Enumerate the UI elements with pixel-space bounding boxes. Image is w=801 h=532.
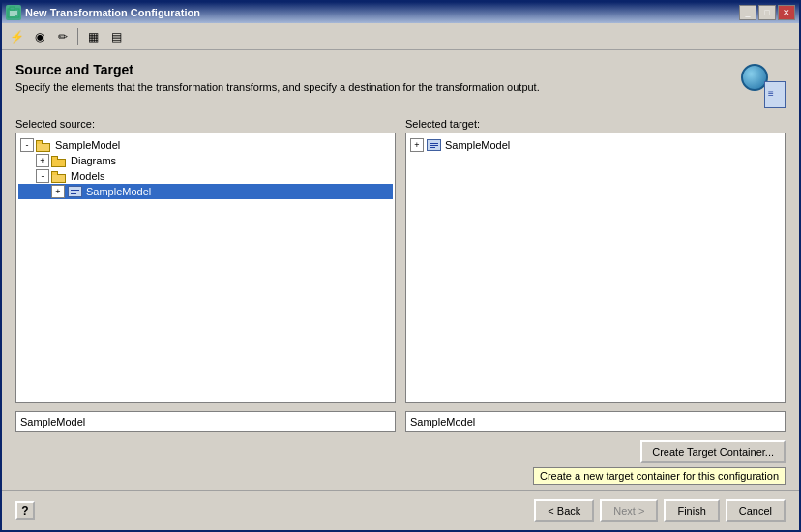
tree-item-diagrams[interactable]: +Diagrams [18,153,393,168]
tree-label-root: SampleModel [55,139,120,151]
panels-row: Selected source: -SampleModel+Diagrams-M… [15,118,786,403]
toolbar-separator [77,28,78,45]
svg-rect-1 [10,7,15,10]
title-bar: New Transformation Configuration _ □ ✕ [2,2,799,23]
help-button[interactable]: ? [15,501,35,520]
app-icon [6,5,21,20]
title-bar-controls: _ □ ✕ [739,5,795,20]
tree-item-models[interactable]: -Models [18,168,393,184]
tree-icon-root [426,138,441,152]
header-icon [739,62,786,108]
cancel-button[interactable]: Cancel [726,499,786,522]
dialog-window: New Transformation Configuration _ □ ✕ ⚡… [0,0,801,532]
dialog-title: New Transformation Configuration [25,7,200,18]
tree-icon-diagrams [51,154,67,167]
toolbar-btn-5[interactable]: ▤ [105,26,127,47]
header-text: Source and Target Specify the elements t… [15,62,540,93]
target-tree[interactable]: +SampleModel [405,133,786,403]
input-row [15,411,786,432]
title-bar-left: New Transformation Configuration [6,5,200,20]
target-panel-label: Selected target: [405,118,786,130]
close-button[interactable]: ✕ [778,5,795,20]
toolbar-btn-4[interactable]: ▦ [82,26,104,47]
doc-icon [764,81,786,108]
bottom-bar: ? < Back Next > Finish Cancel [2,490,799,530]
tooltip-bar: Create a new target container for this c… [15,467,786,485]
back-button[interactable]: < Back [534,499,594,522]
tree-expand-models[interactable]: - [36,169,49,183]
tree-item-root[interactable]: +SampleModel [408,137,783,153]
page-subtitle: Specify the elements that the transforma… [15,81,540,93]
source-tree[interactable]: -SampleModel+Diagrams-Models+SampleModel [15,133,396,403]
next-button[interactable]: Next > [600,499,658,522]
bottom-left: ? [15,501,35,520]
finish-button[interactable]: Finish [664,499,719,522]
tree-icon-root [36,138,51,152]
tree-label-samplemodel: SampleModel [86,186,151,197]
toolbar-btn-3[interactable]: ✏ [52,26,74,47]
minimize-button[interactable]: _ [739,5,756,20]
toolbar-btn-2[interactable]: ◉ [29,26,50,47]
create-target-container-button[interactable]: Create Target Container... [640,440,786,463]
tree-label-models: Models [71,170,104,182]
tree-expand-samplemodel[interactable]: + [51,185,65,198]
toolbar: ⚡ ◉ ✏ ▦ ▤ [2,23,799,50]
bottom-right: < Back Next > Finish Cancel [534,499,786,522]
tree-label-root: SampleModel [445,139,510,151]
button-row: Create Target Container... [15,440,786,463]
tree-item-samplemodel[interactable]: +SampleModel [18,184,393,199]
header-area: Source and Target Specify the elements t… [15,62,786,108]
tree-label-diagrams: Diagrams [71,155,116,166]
tree-expand-root[interactable]: - [20,138,34,152]
source-panel-label: Selected source: [15,118,396,130]
maximize-button[interactable]: □ [758,5,776,20]
tooltip-text: Create a new target container for this c… [533,467,786,485]
tree-expand-root[interactable]: + [410,138,424,152]
tree-icon-models [51,169,67,183]
toolbar-btn-1[interactable]: ⚡ [6,26,27,47]
dialog-body: Source and Target Specify the elements t… [2,50,799,490]
source-panel: Selected source: -SampleModel+Diagrams-M… [15,118,396,403]
tree-item-root[interactable]: -SampleModel [18,137,393,153]
tree-expand-diagrams[interactable]: + [36,154,49,167]
target-input[interactable] [405,411,786,432]
target-panel: Selected target: +SampleModel [405,118,786,403]
source-input[interactable] [15,411,396,432]
page-title: Source and Target [15,62,540,77]
tree-icon-samplemodel [67,185,82,198]
